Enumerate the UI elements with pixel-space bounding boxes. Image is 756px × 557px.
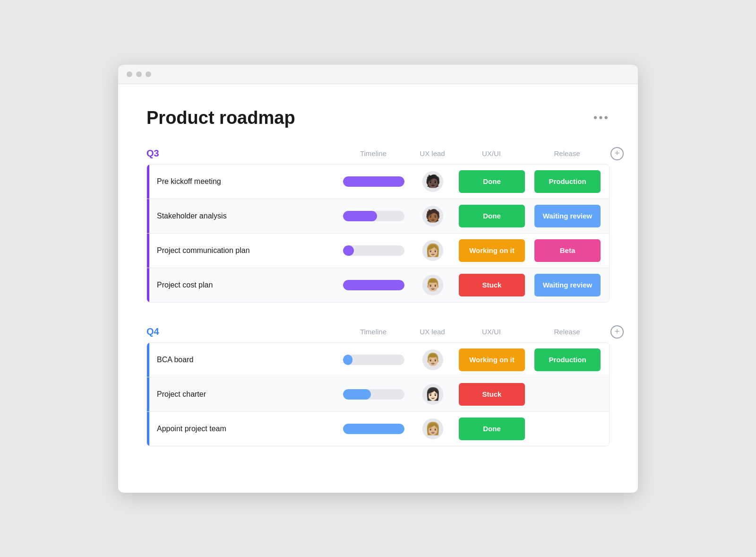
- status-badge[interactable]: Done: [459, 205, 525, 227]
- release-badge[interactable]: Production: [534, 170, 601, 193]
- titlebar: [118, 65, 638, 84]
- avatar: 👨🏼: [422, 275, 443, 296]
- row-name-label: Project communication plan: [149, 246, 258, 255]
- col-header-q4-1: UX lead: [411, 328, 454, 336]
- timeline-cell[interactable]: [336, 211, 412, 221]
- timeline-bar: [343, 280, 404, 290]
- timeline-fill: [343, 245, 354, 256]
- timeline-fill: [343, 424, 404, 434]
- sections-container: Q3TimelineUX leadUX/UIRelease+Pre kickof…: [146, 147, 610, 446]
- page-title: Product roadmap: [146, 108, 295, 128]
- row-name-cell: Project communication plan: [147, 234, 336, 268]
- table-row: Appoint project team👩🏼Done: [147, 412, 609, 446]
- row-name-cell: Stakeholder analysis: [147, 199, 336, 233]
- uxui-status-cell[interactable]: Done: [454, 418, 530, 440]
- avatar-cell: 👩🏼: [412, 418, 454, 439]
- table-body-q3: Pre kickoff meeting🧑🏿DoneProductionStake…: [146, 164, 610, 303]
- status-badge[interactable]: Stuck: [459, 274, 525, 296]
- release-status-cell[interactable]: Waiting review: [530, 274, 605, 296]
- row-name-label: Appoint project team: [149, 425, 234, 433]
- status-badge[interactable]: Done: [459, 170, 525, 193]
- section-header-q3: Q3TimelineUX leadUX/UIRelease+: [146, 147, 610, 160]
- release-status-cell[interactable]: Production: [530, 348, 605, 371]
- status-badge[interactable]: Working on it: [459, 239, 525, 262]
- row-name-cell: Project charter: [147, 377, 336, 411]
- dot-2: [136, 71, 142, 77]
- release-badge[interactable]: Waiting review: [534, 205, 601, 227]
- add-column-button-q3[interactable]: +: [610, 147, 624, 160]
- table-body-q4: BCA board👨🏼Working on itProductionProjec…: [146, 342, 610, 446]
- col-header-q3-3: Release: [529, 149, 605, 157]
- uxui-status-cell[interactable]: Done: [454, 205, 530, 227]
- uxui-status-cell[interactable]: Done: [454, 170, 530, 193]
- avatar: 👩🏼: [422, 418, 443, 439]
- more-options-button[interactable]: •••: [593, 111, 610, 124]
- row-name-cell: Pre kickoff meeting: [147, 165, 336, 199]
- timeline-bar: [343, 355, 404, 365]
- row-name-label: Stakeholder analysis: [149, 212, 234, 220]
- timeline-fill: [343, 176, 404, 187]
- timeline-cell[interactable]: [336, 355, 412, 365]
- dot-3: [146, 71, 151, 77]
- row-name-label: Project cost plan: [149, 281, 220, 289]
- timeline-bar: [343, 424, 404, 434]
- status-badge[interactable]: Stuck: [459, 383, 525, 406]
- section-header-q4: Q4TimelineUX leadUX/UIRelease+: [146, 325, 610, 339]
- uxui-status-cell[interactable]: Working on it: [454, 348, 530, 371]
- uxui-status-cell[interactable]: Working on it: [454, 239, 530, 262]
- release-status-cell[interactable]: Production: [530, 170, 605, 193]
- table-row: Stakeholder analysis🧑🏾DoneWaiting review: [147, 199, 609, 234]
- table-row: Project cost plan👨🏼StuckWaiting review: [147, 268, 609, 302]
- timeline-cell[interactable]: [336, 424, 412, 434]
- avatar: 👩🏼: [422, 240, 443, 261]
- avatar-cell: 👩🏻: [412, 384, 454, 405]
- avatar-cell: 👨🏼: [412, 349, 454, 370]
- section-q3: Q3TimelineUX leadUX/UIRelease+Pre kickof…: [146, 147, 610, 303]
- timeline-cell[interactable]: [336, 245, 412, 256]
- section-label-q3: Q3: [146, 148, 335, 159]
- add-column-button-q4[interactable]: +: [610, 325, 624, 339]
- timeline-bar: [343, 245, 404, 256]
- uxui-status-cell[interactable]: Stuck: [454, 274, 530, 296]
- row-name-cell: BCA board: [147, 343, 336, 377]
- timeline-fill: [343, 211, 377, 221]
- timeline-bar: [343, 389, 404, 400]
- row-name-cell: Appoint project team: [147, 412, 336, 446]
- col-header-q3-0: Timeline: [335, 149, 411, 157]
- avatar: 🧑🏾: [422, 206, 443, 226]
- row-name-cell: Project cost plan: [147, 268, 336, 302]
- timeline-cell[interactable]: [336, 176, 412, 187]
- section-q4: Q4TimelineUX leadUX/UIRelease+BCA board👨…: [146, 325, 610, 446]
- release-status-cell[interactable]: Waiting review: [530, 205, 605, 227]
- release-badge[interactable]: Waiting review: [534, 274, 601, 296]
- row-name-label: Pre kickoff meeting: [149, 177, 229, 186]
- col-header-q4-2: UX/UI: [454, 328, 529, 336]
- col-header-q4-3: Release: [529, 328, 605, 336]
- page-header: Product roadmap •••: [146, 108, 610, 128]
- timeline-fill: [343, 355, 352, 365]
- avatar: 🧑🏿: [422, 171, 443, 192]
- col-header-q3-2: UX/UI: [454, 149, 529, 157]
- status-badge[interactable]: Working on it: [459, 348, 525, 371]
- table-row: Project communication plan👩🏼Working on i…: [147, 234, 609, 268]
- avatar-cell: 🧑🏿: [412, 171, 454, 192]
- timeline-cell[interactable]: [336, 280, 412, 290]
- status-badge[interactable]: Done: [459, 418, 525, 440]
- avatar: 👨🏼: [422, 349, 443, 370]
- timeline-cell[interactable]: [336, 389, 412, 400]
- table-row: Project charter👩🏻Stuck: [147, 377, 609, 412]
- avatar-cell: 🧑🏾: [412, 206, 454, 226]
- row-name-label: Project charter: [149, 390, 214, 399]
- avatar-cell: 👨🏼: [412, 275, 454, 296]
- timeline-fill: [343, 280, 404, 290]
- release-status-cell[interactable]: Beta: [530, 239, 605, 262]
- timeline-fill: [343, 389, 371, 400]
- release-badge[interactable]: Beta: [534, 239, 601, 262]
- uxui-status-cell[interactable]: Stuck: [454, 383, 530, 406]
- col-header-q4-0: Timeline: [335, 328, 411, 336]
- col-header-q3-1: UX lead: [411, 149, 454, 157]
- dot-1: [127, 71, 132, 77]
- release-badge[interactable]: Production: [534, 348, 601, 371]
- avatar-cell: 👩🏼: [412, 240, 454, 261]
- timeline-bar: [343, 211, 404, 221]
